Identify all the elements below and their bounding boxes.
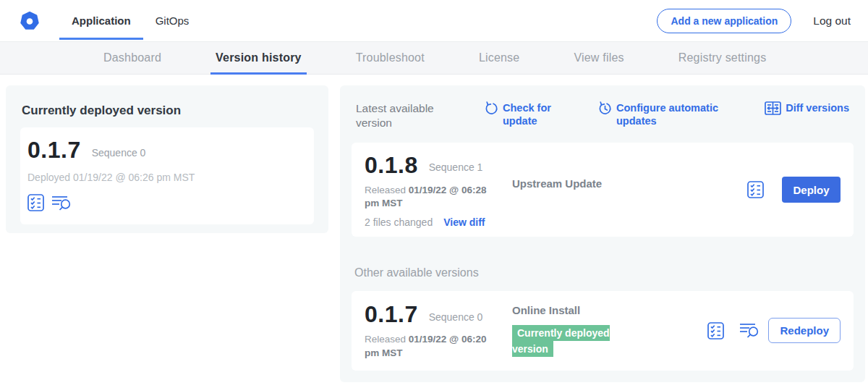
other-sequence: Sequence 0 xyxy=(429,311,483,323)
latest-available-title: Latest available version xyxy=(356,101,448,130)
logo-icon xyxy=(20,12,39,30)
subnav-version-history[interactable]: Version history xyxy=(216,42,302,74)
auto-update-clock-icon xyxy=(598,101,612,127)
subnav-registry-settings[interactable]: Registry settings xyxy=(678,42,767,74)
latest-version-number: 0.1.8 xyxy=(365,152,418,179)
subnav-dashboard[interactable]: Dashboard xyxy=(103,42,161,74)
deployed-card-title: Currently deployed version xyxy=(22,104,314,118)
deployed-version-panel: 0.1.7 Sequence 0 Deployed 01/19/22 @ 06:… xyxy=(20,127,314,224)
other-version-number: 0.1.7 xyxy=(365,301,418,328)
diff-versions-icon xyxy=(765,101,781,115)
tab-gitops[interactable]: GitOps xyxy=(143,0,202,41)
view-files-diff-icon[interactable] xyxy=(739,322,760,339)
app-logo[interactable] xyxy=(20,0,39,41)
main-content: Currently deployed version 0.1.7 Sequenc… xyxy=(0,75,868,382)
deployed-timestamp: Deployed 01/19/22 @ 06:26 pm MST xyxy=(27,172,307,183)
deploy-button[interactable]: Deploy xyxy=(782,177,841,203)
preflight-checklist-icon[interactable] xyxy=(27,194,44,211)
other-released-timestamp: Released 01/19/22 @ 06:20 pm MST xyxy=(365,333,493,359)
view-files-diff-icon[interactable] xyxy=(51,195,72,211)
subnav-troubleshoot[interactable]: Troubleshoot xyxy=(356,42,425,74)
configure-automatic-updates-label: Configure automatic updates xyxy=(616,101,725,127)
other-source-label: Online Install xyxy=(512,304,580,316)
currently-deployed-card: Currently deployed version 0.1.7 Sequenc… xyxy=(6,85,328,233)
app-subnav: Dashboard Version history Troubleshoot L… xyxy=(0,41,868,75)
latest-released-timestamp: Released 01/19/22 @ 06:28 pm MST xyxy=(365,184,493,210)
other-version-row: 0.1.7 Sequence 0 Released 01/19/22 @ 06:… xyxy=(352,291,854,371)
check-for-update-label: Check for update xyxy=(503,101,555,127)
tab-application-label: Application xyxy=(72,14,131,27)
latest-sequence: Sequence 1 xyxy=(429,161,483,173)
other-versions-title: Other available versions xyxy=(354,266,851,279)
files-changed-label: 2 files changed xyxy=(365,216,433,228)
primary-nav: Application GitOps xyxy=(59,0,201,41)
logout-link[interactable]: Log out xyxy=(813,14,851,28)
redeploy-button[interactable]: Redeploy xyxy=(768,318,841,343)
currently-deployed-badge: Currently deployed version xyxy=(512,325,610,357)
view-diff-link[interactable]: View diff xyxy=(443,216,485,228)
diff-versions-label: Diff versions xyxy=(786,101,849,114)
latest-source-label: Upstream Update xyxy=(512,177,602,190)
subnav-license[interactable]: License xyxy=(479,42,520,74)
available-versions-card: Latest available version Check for updat… xyxy=(340,85,865,382)
tab-gitops-label: GitOps xyxy=(156,14,190,27)
refresh-icon xyxy=(485,101,498,127)
check-for-update-button[interactable]: Check for update xyxy=(485,101,555,127)
subnav-view-files[interactable]: View files xyxy=(574,42,624,74)
add-application-button[interactable]: Add a new application xyxy=(657,9,791,33)
configure-automatic-updates-button[interactable]: Configure automatic updates xyxy=(598,101,725,127)
latest-version-row: 0.1.8 Sequence 1 Released 01/19/22 @ 06:… xyxy=(352,143,854,237)
deployed-sequence: Sequence 0 xyxy=(92,147,146,159)
preflight-checklist-icon[interactable] xyxy=(747,181,764,198)
diff-versions-button[interactable]: Diff versions xyxy=(765,101,849,115)
preflight-checklist-icon[interactable] xyxy=(707,322,724,340)
top-navbar: Application GitOps Add a new application… xyxy=(0,0,868,41)
tab-application[interactable]: Application xyxy=(59,0,143,41)
deployed-version-number: 0.1.7 xyxy=(27,137,81,164)
